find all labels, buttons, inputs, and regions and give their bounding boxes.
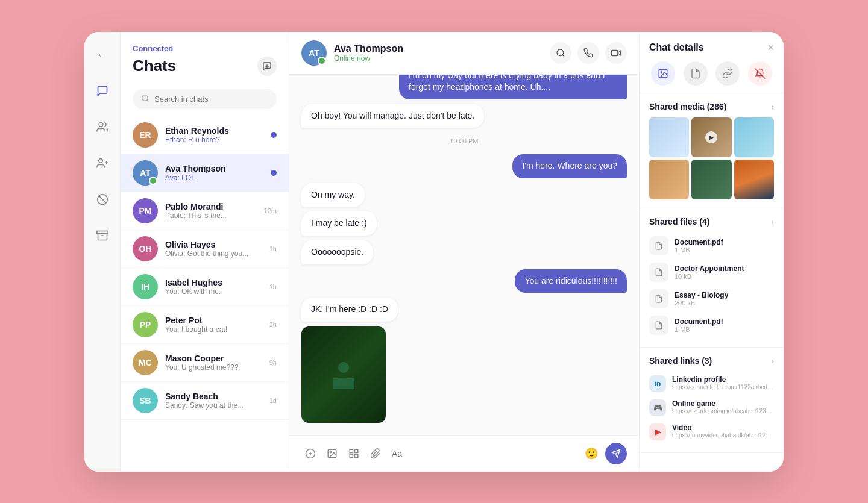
file-size: 200 kB: [675, 299, 774, 307]
avatar: PP: [133, 312, 158, 337]
file-info: Document.pdf 1 MB: [675, 317, 774, 333]
chat-item-mason[interactable]: MC Mason Cooper You: U ghosted me??? 9h: [121, 344, 289, 382]
svg-point-22: [330, 451, 331, 452]
chat-item-olivia[interactable]: OH Olivia Hayes Olivia: Got the thing yo…: [121, 230, 289, 268]
media-thumb-4[interactable]: [649, 160, 689, 199]
close-details-button[interactable]: ×: [767, 42, 774, 54]
file-name: Essay - Biology: [675, 291, 774, 299]
bubble: You are ridiculous!!!!!!!!!!!: [515, 269, 627, 293]
message-received: Oh boy! You will manage. Just don't be l…: [301, 104, 484, 128]
chat-name: Ava Thompson: [165, 164, 263, 173]
search-box[interactable]: [133, 89, 277, 109]
file-item-3[interactable]: Document.pdf 1 MB: [649, 312, 774, 339]
svg-rect-26: [350, 454, 353, 457]
message-sent: I'm on my way but there is crying baby i…: [399, 75, 627, 99]
link-favicon: ▶: [649, 423, 666, 440]
nav-archive-icon[interactable]: [92, 225, 113, 246]
chat-info: Pablo Morandi Pablo: This is the...: [165, 202, 257, 220]
chat-item-peter[interactable]: PP Peter Pot You: I bought a cat! 2h: [121, 306, 289, 344]
chat-name: Peter Pot: [165, 316, 262, 325]
send-button[interactable]: [605, 443, 627, 464]
file-info: Doctor Appointment 10 kB: [675, 264, 774, 280]
top-actions: [550, 42, 627, 64]
files-list: Document.pdf 1 MB Doctor Appointment 10 …: [649, 233, 774, 339]
file-name: Document.pdf: [675, 317, 774, 326]
image-bubble[interactable]: [301, 326, 386, 423]
file-icon: [649, 263, 668, 282]
link-url: https://uzardgaming.io/abcabcd1234loll: [672, 408, 774, 414]
media-thumb-2[interactable]: ▶: [691, 117, 731, 157]
link-item-0[interactable]: in Linkedin profile https://connectedin.…: [649, 372, 774, 396]
chat-time: 1h: [269, 283, 277, 290]
link-item-1[interactable]: 🎮 Online game https://uzardgaming.io/abc…: [649, 396, 774, 420]
nav-groups-icon[interactable]: [92, 116, 113, 138]
chat-name: Isabel Hughes: [165, 278, 262, 287]
file-item-0[interactable]: Document.pdf 1 MB: [649, 233, 774, 259]
file-icon: [649, 316, 668, 335]
chat-item-isabel[interactable]: IH Isabel Hughes You: OK with me. 1h: [121, 268, 289, 306]
avatar: ER: [133, 122, 158, 148]
tab-files[interactable]: [684, 61, 708, 86]
search-chat-button[interactable]: [550, 42, 571, 64]
message-input[interactable]: [392, 449, 577, 458]
tab-links[interactable]: [715, 61, 740, 86]
file-item-2[interactable]: Essay - Biology 200 kB: [649, 286, 774, 312]
tab-mute[interactable]: [748, 61, 772, 86]
shared-files-arrow[interactable]: ›: [771, 217, 774, 227]
file-info: Document.pdf 1 MB: [675, 238, 774, 254]
video-call-button[interactable]: [605, 42, 627, 64]
tab-media[interactable]: [651, 61, 675, 86]
attachment-button[interactable]: [366, 445, 385, 463]
file-size: 10 kB: [675, 273, 774, 280]
file-item-1[interactable]: Doctor Appointment 10 kB: [649, 259, 774, 286]
link-title: Video: [672, 423, 774, 432]
add-button[interactable]: [301, 445, 319, 463]
nav-add-contact-icon[interactable]: [92, 152, 113, 174]
chat-meta: [271, 132, 277, 138]
chat-meta: 1d: [269, 397, 277, 404]
svg-point-12: [557, 49, 564, 56]
message-received: JK. I'm here :D :D :D: [301, 298, 398, 322]
chat-status: Online now: [334, 54, 542, 63]
shared-media-arrow[interactable]: ›: [771, 102, 774, 111]
nav-chats-icon[interactable]: [92, 80, 113, 102]
bubble: JK. I'm here :D :D :D: [301, 298, 398, 322]
link-url: https://funnyvideoohaha.dk/abcd1234xxx: [672, 432, 774, 439]
file-name: Doctor Appointment: [675, 264, 774, 273]
chat-item-pablo[interactable]: PM Pablo Morandi Pablo: This is the... 1…: [121, 192, 289, 230]
message-image: [301, 326, 386, 423]
new-chat-button[interactable]: [257, 57, 277, 76]
chat-meta: 2h: [269, 321, 277, 328]
nav-block-icon[interactable]: [92, 189, 113, 210]
chat-preview: Pablo: This is the...: [165, 211, 257, 220]
chat-contact-name: Ava Thompson: [334, 43, 542, 54]
media-thumb-6[interactable]: [734, 160, 774, 199]
grid-button[interactable]: [345, 445, 363, 463]
media-thumb-1[interactable]: [649, 117, 689, 157]
svg-line-5: [99, 196, 106, 203]
message-received: On my way.: [301, 183, 365, 207]
emoji-button[interactable]: 🙂: [585, 447, 598, 460]
chat-item-ava[interactable]: AT Ava Thompson Ava: LOL: [121, 154, 289, 192]
chat-item-ethan[interactable]: ER Ethan Reynolds Ethan: R u here?: [121, 116, 289, 154]
link-title: Online game: [672, 399, 774, 408]
unread-dot: [271, 170, 277, 176]
back-button[interactable]: ←: [92, 44, 113, 66]
media-thumb-3[interactable]: [734, 117, 774, 157]
call-button[interactable]: [577, 42, 599, 64]
chat-time: 1h: [269, 245, 277, 252]
chat-name: Pablo Morandi: [165, 202, 257, 211]
right-panel: Chat details ×: [639, 32, 784, 472]
chat-top-info: Ava Thompson Online now: [334, 43, 542, 63]
search-input[interactable]: [154, 95, 268, 104]
media-thumb-5[interactable]: [691, 160, 731, 199]
svg-point-0: [99, 122, 103, 127]
chat-item-sandy[interactable]: SB Sandy Beach Sandy: Saw you at the... …: [121, 382, 289, 420]
svg-line-13: [562, 55, 564, 57]
image-button[interactable]: [323, 445, 341, 463]
shared-links-arrow[interactable]: ›: [771, 356, 774, 366]
svg-marker-14: [618, 51, 621, 55]
shared-files-title: Shared files (4): [649, 217, 709, 227]
file-size: 1 MB: [675, 246, 774, 254]
link-item-2[interactable]: ▶ Video https://funnyvideoohaha.dk/abcd1…: [649, 420, 774, 444]
